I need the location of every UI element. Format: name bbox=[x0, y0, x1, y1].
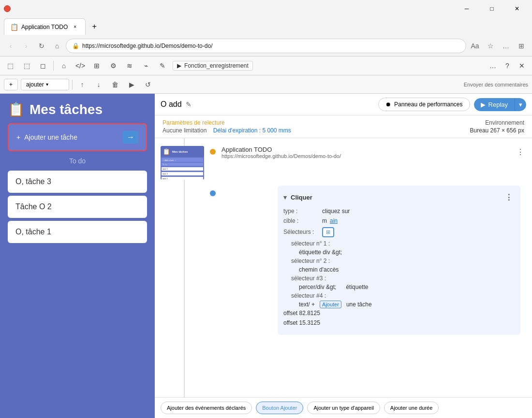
debug-button[interactable]: ⚙ bbox=[107, 59, 119, 72]
forward-button[interactable]: › bbox=[19, 39, 33, 53]
step-type-dropdown[interactable]: ajouter ▾ bbox=[21, 79, 69, 90]
performance-panel-button[interactable]: ⏺ Panneau de performances bbox=[378, 98, 470, 111]
close-window-button[interactable]: ✕ bbox=[506, 2, 528, 15]
replay-dropdown-button[interactable]: ▾ bbox=[515, 98, 526, 111]
step-app-url: https://microsoftedge.github.io/Demos/de… bbox=[222, 153, 509, 159]
task-item-2[interactable]: Tâche O 2 bbox=[8, 196, 147, 218]
favorites-button[interactable]: ☆ bbox=[484, 39, 497, 53]
maximize-button[interactable]: □ bbox=[481, 2, 503, 15]
new-tab-button[interactable]: + bbox=[88, 20, 101, 33]
active-tab[interactable]: 📋 Application TODO × bbox=[4, 18, 86, 35]
recording-icon: ▶ bbox=[177, 62, 181, 69]
home-button[interactable]: ⌂ bbox=[50, 39, 64, 53]
upload-button[interactable]: ↑ bbox=[75, 78, 89, 91]
settings-button[interactable]: … bbox=[499, 39, 513, 53]
minimize-button[interactable]: ─ bbox=[456, 2, 478, 15]
inspect-button[interactable]: ⬚ bbox=[4, 59, 16, 72]
add-device-type-button[interactable]: Ajouter un type d'appareil bbox=[307, 402, 380, 414]
add-icon: + bbox=[9, 81, 13, 88]
selector2-block: sélecteur n° 2 : chemin d'accès bbox=[291, 258, 515, 273]
steps-content: 📋 Mes tâches + Add a task → To do task 1… bbox=[155, 138, 532, 397]
step-1-more-button[interactable]: ⋮ bbox=[515, 146, 526, 158]
network-button[interactable]: ⊞ bbox=[90, 59, 103, 72]
thumb-add-btn: + Add a task → bbox=[162, 158, 203, 162]
step-type-label: ajouter bbox=[26, 81, 44, 88]
thumb-icon: 📋 bbox=[163, 148, 170, 155]
delay-text: Délai d'expiration : 5 000 mms bbox=[213, 127, 291, 134]
todo-app-icon: 📋 bbox=[8, 101, 25, 117]
replay-dropdown-icon: ▾ bbox=[519, 101, 522, 108]
target-row: cible : m ain bbox=[283, 217, 515, 224]
read-aloud-button[interactable]: Aa bbox=[468, 39, 482, 53]
settings-title: Paramètres de relecture bbox=[163, 119, 291, 126]
replay-icon-button[interactable]: ↺ bbox=[141, 78, 155, 91]
back-button[interactable]: ‹ bbox=[4, 39, 17, 53]
add-duration-button[interactable]: Ajouter une durée bbox=[384, 402, 439, 414]
recording-label-text: Fonction_enregistrement bbox=[184, 62, 249, 69]
offset2-value: offset 15.3125 bbox=[283, 319, 320, 326]
selector2-label: sélecteur n° 2 : bbox=[291, 258, 515, 264]
memory-button[interactable]: ⌁ bbox=[140, 59, 152, 72]
selector3-block: sélecteur #3 : percer/div &gt; étiquette bbox=[291, 275, 515, 290]
element-button[interactable]: ◻ bbox=[37, 59, 49, 72]
step-2-more-button[interactable]: ⋮ bbox=[503, 191, 515, 203]
add-prefix-icon: + bbox=[16, 133, 20, 141]
devtools-toolbar: ⬚ ⬚ ◻ ⌂ </> ⊞ ⚙ ≋ ⌁ ✎ ▶ Fonction_enregis… bbox=[0, 56, 532, 75]
recording-label[interactable]: ▶ Fonction_enregistrement bbox=[173, 61, 253, 71]
task-item-1[interactable]: O, tâche 1 bbox=[8, 221, 147, 243]
home-dt-button[interactable]: ⌂ bbox=[58, 59, 70, 72]
perf-label: Panneau de performances bbox=[394, 101, 462, 108]
tab-close-button[interactable]: × bbox=[71, 23, 79, 31]
recording-name: O add bbox=[161, 100, 182, 109]
selector-tag-icon: ⊞ bbox=[326, 229, 330, 235]
selector1-label: sélecteur n° 1 : bbox=[291, 240, 515, 247]
address-bar-right: Aa ☆ … ⊞ bbox=[468, 39, 528, 53]
play-button[interactable]: ▶ bbox=[125, 78, 138, 91]
download-button[interactable]: ↓ bbox=[92, 78, 105, 91]
task-1-text: O, tâche 1 bbox=[15, 228, 51, 236]
add-task-button[interactable]: + Ajouter une tâche → bbox=[8, 123, 147, 151]
offset1-value: offset 82.8125 bbox=[283, 310, 320, 317]
selector1-block: sélecteur n° 1 : étiquette div &gt; bbox=[291, 240, 515, 256]
dropdown-chevron-icon: ▾ bbox=[46, 82, 48, 87]
delete-button[interactable]: 🗑 bbox=[108, 78, 122, 91]
source-button[interactable]: </> bbox=[74, 59, 87, 72]
refresh-button[interactable]: ↻ bbox=[35, 39, 48, 53]
thumb-todo-label: To do bbox=[162, 163, 203, 166]
selector4-label: sélecteur #4 : bbox=[291, 292, 515, 299]
target-value: m ain bbox=[322, 217, 338, 224]
add-button-event-button[interactable]: Bouton Ajouter bbox=[256, 402, 303, 414]
step-entry-2: ▾ Cliquer ⋮ type : cliquez sur cible : m bbox=[155, 184, 532, 341]
step-dot-2 bbox=[210, 190, 216, 196]
replay-button[interactable]: ▶ Replay bbox=[474, 98, 515, 111]
task-item-3[interactable]: O, tâche 3 bbox=[8, 171, 147, 193]
dt-more-button[interactable]: … bbox=[487, 59, 499, 72]
selector-tag[interactable]: ⊞ bbox=[322, 227, 334, 237]
url-text: https://microsoftedge.github.io/Demos/de… bbox=[82, 43, 460, 49]
dt-help-button[interactable]: ? bbox=[501, 59, 514, 72]
traffic-light[interactable] bbox=[4, 5, 11, 12]
type-value: cliquez sur bbox=[322, 208, 350, 215]
profile-button[interactable]: ⊞ bbox=[515, 39, 528, 53]
address-input[interactable]: 🔒 https://microsoftedge.github.io/Demos/… bbox=[66, 39, 466, 53]
add-task-arrow-icon: → bbox=[123, 131, 138, 144]
performance-dt-button[interactable]: ≋ bbox=[123, 59, 136, 72]
env-value: Bureau 267 × 656 bbox=[470, 127, 517, 134]
env-title: Environnement bbox=[470, 119, 524, 126]
selectors-row: Sélecteurs : ⊞ bbox=[283, 227, 515, 237]
dt-close-button[interactable]: ✕ bbox=[516, 59, 528, 72]
step-2-container: ▾ Cliquer ⋮ type : cliquez sur cible : m bbox=[222, 186, 526, 339]
selector3-label: sélecteur #3 : bbox=[291, 275, 515, 282]
add-declared-events-button[interactable]: Ajouter des événements déclarés bbox=[161, 402, 252, 414]
env-value-row: Bureau 267 × 656 px bbox=[470, 127, 524, 134]
send-feedback-link[interactable]: Envoyer des commentaires bbox=[464, 82, 528, 87]
selector3-value: percer/div &gt; étiquette bbox=[299, 284, 515, 290]
device-button[interactable]: ⬚ bbox=[20, 59, 33, 72]
console-button[interactable]: ✎ bbox=[156, 59, 169, 72]
env-unit: px bbox=[518, 127, 524, 134]
edit-title-icon[interactable]: ✎ bbox=[186, 101, 192, 108]
tab-title: Application TODO bbox=[21, 24, 68, 30]
add-task-label: Ajouter une tâche bbox=[24, 133, 77, 141]
add-step-button[interactable]: + bbox=[4, 79, 18, 90]
task-3-text: O, tâche 3 bbox=[15, 177, 51, 186]
